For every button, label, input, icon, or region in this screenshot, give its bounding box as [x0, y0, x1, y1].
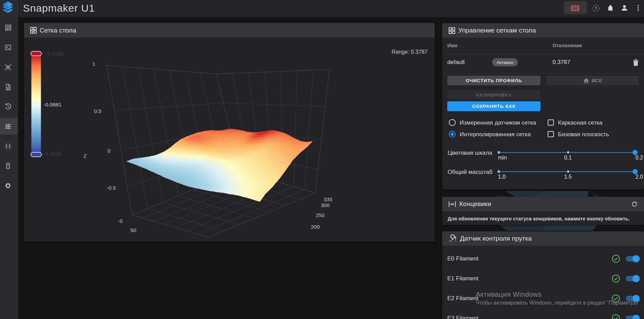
svg-text:0.2: 0.2	[635, 155, 643, 161]
svg-text:2.0: 2.0	[635, 174, 643, 180]
svg-text:300: 300	[321, 202, 330, 208]
svg-text:-0.0681: -0.0681	[44, 102, 62, 107]
svg-text:0: 0	[107, 148, 110, 154]
svg-text:0.2230: 0.2230	[47, 51, 64, 56]
svg-text:50: 50	[130, 227, 136, 233]
svg-text:1.5: 1.5	[564, 174, 572, 180]
svg-text:200: 200	[311, 224, 320, 230]
svg-text:-0.3558: -0.3558	[44, 151, 62, 157]
svg-text:0.1: 0.1	[564, 155, 572, 161]
svg-text:min: min	[498, 155, 507, 161]
svg-text:250: 250	[316, 212, 325, 218]
svg-text:-0.5: -0.5	[107, 185, 116, 191]
svg-text:335: 335	[324, 196, 332, 202]
svg-text:-0: -0	[118, 218, 123, 224]
svg-text:1.0: 1.0	[498, 174, 506, 180]
